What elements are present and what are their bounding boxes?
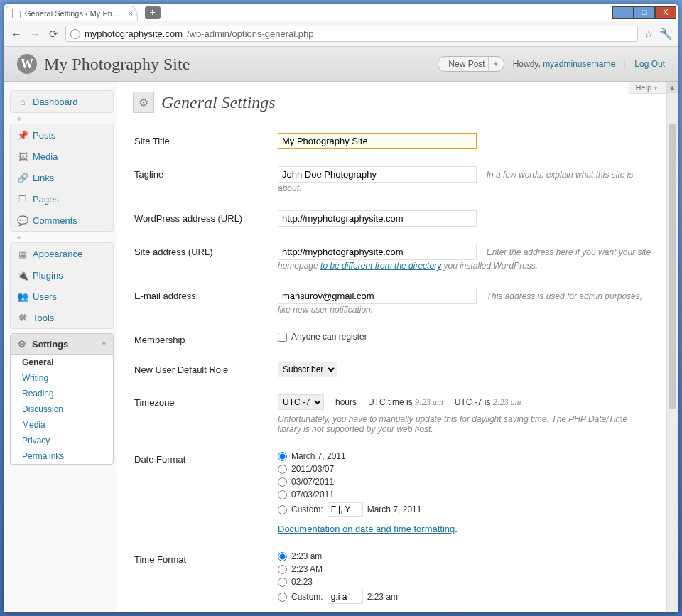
sidebar-item-comments[interactable]: 💬Comments <box>11 210 113 231</box>
sidebar-item-appearance[interactable]: ▦Appearance <box>11 243 113 264</box>
users-icon: 👥 <box>17 291 28 302</box>
scroll-up-button[interactable]: ▲ <box>667 82 678 93</box>
logout-link[interactable]: Log Out <box>634 59 665 69</box>
date-opt-2[interactable]: 03/07/2011 <box>278 477 652 487</box>
label-default-role: New User Default Role <box>134 356 276 387</box>
window-close-button[interactable]: X <box>655 6 676 19</box>
label-time-format: Time Format <box>134 546 276 612</box>
label-membership: Membership <box>134 326 276 355</box>
submenu-reading[interactable]: Reading <box>11 386 113 401</box>
scrollbar-vertical[interactable]: ▲ ▼ <box>666 82 678 612</box>
sidebar-item-media[interactable]: 🖼Media <box>11 146 113 167</box>
input-tagline[interactable] <box>278 166 477 183</box>
tab-title: General Settings ‹ My Ph… <box>25 9 120 18</box>
label-site-url: Site address (URL) <box>134 238 276 281</box>
date-opt-0[interactable]: March 7, 2011 <box>278 451 652 461</box>
browser-tab[interactable]: General Settings ‹ My Ph… × <box>6 6 138 21</box>
checkbox-anyone-register[interactable]: Anyone can register <box>278 332 652 342</box>
submenu-discussion[interactable]: Discussion <box>11 401 113 417</box>
time-opt-custom[interactable]: Custom: 2:23 am <box>278 590 652 604</box>
chevron-down-icon: ▼ <box>101 340 107 347</box>
input-site-title[interactable] <box>278 133 477 149</box>
wrench-icon[interactable]: 🔧 <box>659 28 672 40</box>
settings-icon: ⚙ <box>16 338 28 350</box>
media-icon: 🖼 <box>17 151 28 162</box>
date-opt-custom[interactable]: Custom: March 7, 2011 <box>278 502 652 517</box>
tab-close-icon[interactable]: × <box>128 9 132 18</box>
pages-icon: ❐ <box>17 193 28 205</box>
doc-link-date-time[interactable]: Documentation on date and time formattin… <box>278 524 455 534</box>
sidebar-item-links[interactable]: 🔗Links <box>11 167 113 188</box>
utc-time: 9:23 am <box>415 397 443 407</box>
submenu-general[interactable]: General <box>11 355 113 370</box>
site-name[interactable]: My Photography Site <box>44 55 190 74</box>
desc-timezone: Unfortunately, you have to manually upda… <box>278 414 652 434</box>
sidebar-item-users[interactable]: 👥Users <box>11 286 113 307</box>
wp-toolbar: W My Photography Site New Post ▼ Howdy, … <box>4 47 678 82</box>
scroll-thumb[interactable] <box>669 124 676 409</box>
input-site-url[interactable] <box>278 244 477 260</box>
date-opt-1[interactable]: 2011/03/07 <box>278 464 652 474</box>
bookmark-star-icon[interactable]: ☆ <box>644 27 654 40</box>
window-minimize-button[interactable]: — <box>612 6 634 19</box>
label-tagline: Tagline <box>134 161 276 203</box>
appearance-icon: ▦ <box>17 248 28 259</box>
link-icon: 🔗 <box>17 172 28 183</box>
new-post-button[interactable]: New Post ▼ <box>438 56 504 72</box>
home-icon: ⌂ <box>17 96 28 107</box>
new-post-label: New Post <box>448 59 485 69</box>
new-tab-button[interactable]: + <box>145 6 161 19</box>
submenu-writing[interactable]: Writing <box>11 370 113 386</box>
reload-button[interactable]: ⟳ <box>47 28 60 40</box>
select-default-role[interactable]: Subscriber <box>278 362 337 377</box>
sidebar-item-tools[interactable]: 🛠Tools <box>11 307 113 328</box>
label-site-title: Site Title <box>134 127 276 159</box>
label-email: E-mail address <box>134 282 276 325</box>
sidebar-item-pages[interactable]: ❐Pages <box>11 188 113 210</box>
wp-logo-icon[interactable]: W <box>17 54 37 74</box>
date-opt-3[interactable]: 07/03/2011 <box>278 490 652 499</box>
label-timezone: Timezone <box>134 389 276 444</box>
url-domain: myphotographysite.com <box>85 28 183 39</box>
date-custom-input[interactable] <box>328 502 363 517</box>
plugin-icon: 🔌 <box>17 269 28 281</box>
sidebar-item-dashboard[interactable]: ⌂Dashboard <box>11 91 113 112</box>
select-timezone[interactable]: UTC -7 <box>278 394 324 410</box>
sidebar-item-posts[interactable]: 📌Posts <box>11 124 113 146</box>
url-field[interactable]: myphotographysite.com <box>65 26 638 42</box>
username-link[interactable]: myadminusername <box>543 59 615 69</box>
tools-icon: 🛠 <box>17 312 28 323</box>
submenu-permalinks[interactable]: Permalinks <box>11 448 113 464</box>
sidebar-item-plugins[interactable]: 🔌Plugins <box>11 264 113 286</box>
forward-button[interactable]: → <box>28 28 41 40</box>
globe-icon <box>70 29 80 39</box>
new-post-dropdown-icon[interactable]: ▼ <box>488 57 504 71</box>
window-maximize-button[interactable]: □ <box>634 6 655 19</box>
time-opt-2[interactable]: 02:23 <box>278 577 652 587</box>
local-time: 2:23 am <box>493 397 521 407</box>
input-email[interactable] <box>278 288 477 304</box>
help-tab[interactable]: Help <box>629 82 669 94</box>
time-opt-0[interactable]: 2:23 am <box>278 551 652 561</box>
site-url-link[interactable]: to be different from the directory <box>320 261 441 271</box>
pin-icon: 📌 <box>17 129 28 141</box>
sidebar-item-settings[interactable]: ⚙Settings▼ <box>10 333 114 355</box>
page-title-icon: ⚙ <box>133 92 154 113</box>
back-button[interactable]: ← <box>10 28 23 40</box>
time-custom-input[interactable] <box>328 590 363 604</box>
url-path[interactable] <box>187 28 633 39</box>
comment-icon: 💬 <box>17 215 28 226</box>
input-wp-url[interactable] <box>278 210 477 227</box>
howdy-text: Howdy, myadminusername <box>513 59 616 69</box>
submenu-privacy[interactable]: Privacy <box>11 433 113 448</box>
time-opt-1[interactable]: 2:23 AM <box>278 564 652 574</box>
label-wp-url: WordPress address (URL) <box>134 205 276 237</box>
submenu-media[interactable]: Media <box>11 417 113 433</box>
label-date-format: Date Format <box>134 445 276 544</box>
page-icon <box>12 9 21 18</box>
page-title: General Settings <box>161 93 276 112</box>
